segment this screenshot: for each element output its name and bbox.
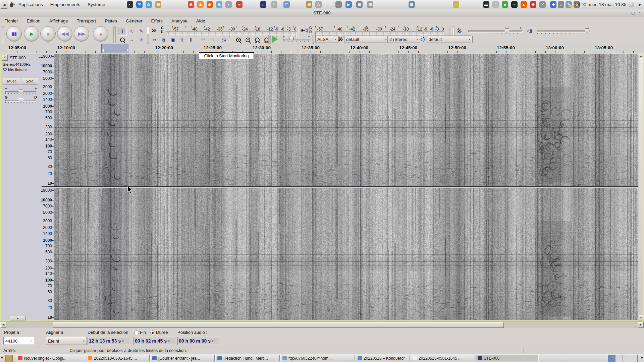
cut-button[interactable]: ✂: [150, 36, 159, 44]
undo-button[interactable]: ↶: [199, 36, 207, 44]
selection-left-arrow[interactable]: [102, 49, 104, 52]
window-button[interactable]: [Courrier entrant - jea...: [150, 355, 215, 361]
panel-expand-arrow[interactable]: ▶: [637, 2, 641, 8]
audio-host-select[interactable]: ALSA: [315, 36, 339, 43]
paint-roller[interactable]: ◎: [315, 1, 322, 8]
window-button[interactable]: Nouvel onglet - Googl...: [16, 355, 85, 361]
maximize-button[interactable]: ▢: [631, 11, 635, 15]
menu-item[interactable]: Générer: [121, 17, 147, 24]
workspace-cell[interactable]: [608, 355, 615, 362]
mute-button[interactable]: Muet: [3, 78, 20, 84]
media-diamond[interactable]: ◆: [502, 1, 508, 8]
forward-button[interactable]: ▶▶: [74, 26, 89, 42]
workspace-cell[interactable]: [615, 355, 623, 362]
output-volume-slider[interactable]: [537, 31, 590, 33]
playback-speed-slider[interactable]: [283, 39, 311, 41]
selection-length-field[interactable]: 00 h 02 m 45 s: [133, 337, 175, 345]
taskbar-left-arrow[interactable]: ◀: [1, 356, 3, 359]
show-desktop-icon[interactable]: [5, 355, 13, 362]
playback-meter-bar-left[interactable]: [315, 32, 444, 35]
transcription-grip[interactable]: [268, 35, 271, 44]
audacity[interactable]: ∩: [260, 1, 266, 8]
selection-tool[interactable]: I: [118, 27, 127, 36]
minimize-button[interactable]: –: [624, 11, 629, 15]
menu-item[interactable]: Affichage: [45, 17, 72, 24]
google-earth[interactable]: ◐: [225, 1, 232, 8]
shutdown-icon[interactable]: [629, 2, 634, 7]
record-meter-mic-icon[interactable]: 🎤︎: [152, 27, 157, 33]
system-monitor[interactable]: ∿: [511, 1, 518, 8]
output-device-select[interactable]: default: [427, 36, 473, 43]
vlc[interactable]: ▲: [521, 1, 527, 8]
vertical-scrollbar[interactable]: ▲ ▼: [638, 54, 643, 320]
media-player[interactable]: ▶: [345, 1, 352, 8]
video-editor[interactable]: ▦: [356, 1, 363, 8]
chromium[interactable]: ◉: [216, 1, 222, 8]
zoom-tool[interactable]: [118, 36, 127, 44]
menu-item[interactable]: Analyse: [167, 17, 192, 24]
pause-button[interactable]: ▮▮: [6, 26, 22, 42]
menu-item[interactable]: Edition: [22, 17, 45, 24]
light-switch[interactable]: ▯: [492, 1, 499, 8]
libreoffice[interactable]: ▢: [283, 1, 290, 8]
thunderbird[interactable]: ✉: [136, 1, 143, 8]
window-button[interactable]: ftp://u76052240@hom...: [280, 355, 355, 361]
pan-slider[interactable]: G D: [5, 95, 37, 104]
window-button[interactable]: 20220513 – Konqueror: [356, 355, 410, 361]
calculator[interactable]: ▩: [367, 1, 373, 8]
network[interactable]: ◍: [146, 1, 152, 8]
trim-button[interactable]: ⊣⊢: [177, 36, 186, 44]
play-at-speed-button[interactable]: [272, 36, 278, 43]
envelope-tool[interactable]: ∿: [127, 27, 136, 36]
selection-right-arrow[interactable]: [127, 49, 128, 52]
record-meter-grip[interactable]: [147, 26, 149, 35]
firefox-alt[interactable]: ◉: [207, 1, 213, 8]
zoom-out-button[interactable]: −: [244, 36, 252, 44]
stopwatch-button[interactable]: ◷: [219, 36, 228, 44]
stop-button[interactable]: ■: [40, 26, 56, 42]
coffee-cup[interactable]: ◒: [335, 1, 342, 8]
scroll-left-arrow[interactable]: ◀: [0, 322, 6, 328]
copy-button[interactable]: ⧉: [159, 36, 168, 44]
volume[interactable]: ♪: [558, 1, 564, 8]
color-wheel[interactable]: ◉: [530, 1, 536, 8]
accessibility[interactable]: ✚: [550, 1, 556, 8]
spectrogram-channel-left[interactable]: [54, 54, 639, 186]
audio-position-field[interactable]: 00 h 00 m 00 s: [177, 337, 219, 345]
solo-button[interactable]: Solo: [21, 78, 38, 84]
zoom-in-button[interactable]: +: [234, 36, 243, 44]
edit-toolbar-grip[interactable]: [147, 35, 149, 44]
window-button[interactable]: STE-000: [476, 355, 539, 361]
device-grip[interactable]: [312, 35, 314, 44]
track-close-button[interactable]: ✕: [2, 55, 8, 61]
paste-button[interactable]: ▣: [168, 36, 177, 44]
spring-tool[interactable]: ∿: [236, 1, 243, 8]
display[interactable]: ▭: [453, 1, 459, 8]
timeshift-tool[interactable]: ↔: [127, 36, 136, 44]
window-button[interactable]: Rédaction : lundi, Merc...: [215, 355, 280, 361]
scroll-down-arrow[interactable]: ▼: [639, 315, 643, 320]
menu-item[interactable]: Aide: [192, 17, 210, 24]
window-button[interactable]: 20220513-0501-1645 ...: [411, 355, 475, 361]
silence-button[interactable]: ‖: [186, 36, 195, 44]
draw-tool[interactable]: ✎: [137, 27, 146, 36]
workspace-cell[interactable]: [630, 355, 638, 362]
clipboard[interactable]: ▤: [306, 1, 312, 8]
timeline-ruler[interactable]: 12:05:0012:10:0012:15:0012:20:0012:25:00…: [0, 44, 644, 53]
length-radio[interactable]: [150, 330, 155, 335]
track-name-menu[interactable]: STE-000: [8, 55, 43, 61]
spectrogram-channel-right[interactable]: [54, 188, 639, 320]
selection-toolbar-grip[interactable]: [1, 329, 3, 346]
play-button[interactable]: ▶: [24, 26, 39, 42]
transport-grip[interactable]: [2, 26, 4, 43]
tools-grip[interactable]: [113, 26, 116, 43]
horizontal-scrollbar[interactable]: ◀ ▶: [0, 321, 644, 328]
menu-item[interactable]: Fichier: [0, 17, 22, 24]
gain-slider[interactable]: − +: [5, 86, 37, 95]
track-collapse-button[interactable]: ▲: [10, 316, 25, 320]
timeline-selection[interactable]: [101, 44, 129, 53]
record-button[interactable]: ●: [93, 26, 108, 42]
rewind-button[interactable]: ◀◀: [57, 26, 72, 42]
video-tool[interactable]: ▦: [409, 1, 415, 8]
multi-tool[interactable]: ✳: [137, 36, 146, 44]
